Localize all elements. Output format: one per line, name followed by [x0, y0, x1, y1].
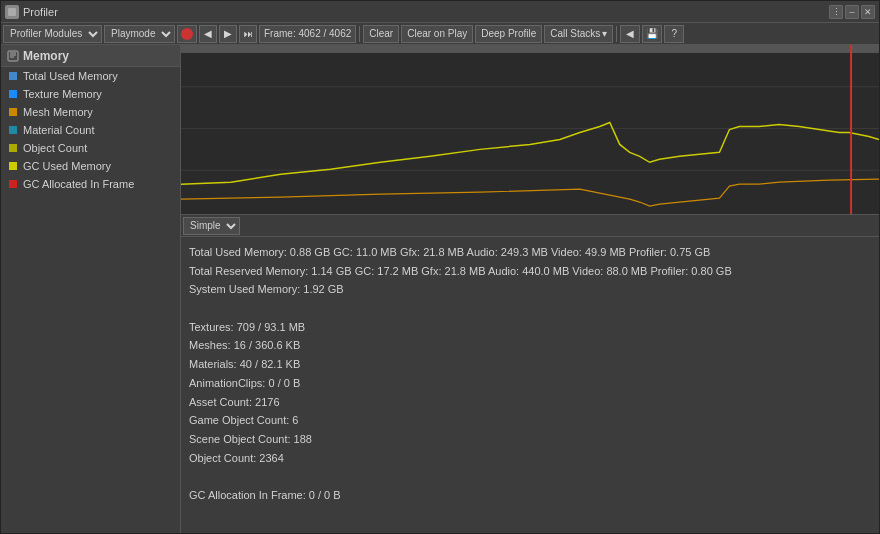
sidebar-title: Memory	[23, 49, 69, 63]
save-btn[interactable]: 💾	[642, 25, 662, 43]
sidebar-item-mesh[interactable]: Mesh Memory	[1, 103, 180, 121]
title-bar: Profiler ⋮ – ✕	[1, 1, 879, 23]
sidebar-label-object-count: Object Count	[23, 142, 87, 154]
deep-profile-btn[interactable]: Deep Profile	[475, 25, 542, 43]
sidebar-label-gc-used: GC Used Memory	[23, 160, 111, 172]
skip-end-btn[interactable]: ⏭	[239, 25, 257, 43]
sidebar-label-material: Material Count	[23, 124, 95, 136]
clear-btn[interactable]: Clear	[363, 25, 399, 43]
sidebar-item-object-count[interactable]: Object Count	[1, 139, 180, 157]
stat-spacer-2	[189, 467, 871, 486]
sidebar-item-gc-alloc[interactable]: GC Allocated In Frame	[1, 175, 180, 193]
stat-total-used: Total Used Memory: 0.88 GB GC: 11.0 MB G…	[189, 243, 871, 262]
sidebar-label-total-used: Total Used Memory	[23, 70, 118, 82]
help-btn[interactable]: ?	[664, 25, 684, 43]
material-color	[9, 126, 17, 134]
memory-chart[interactable]	[181, 45, 879, 215]
separator-2	[616, 26, 617, 42]
frame-counter: Frame: 4062 / 4062	[259, 25, 356, 43]
sidebar-item-total-used[interactable]: Total Used Memory	[1, 67, 180, 85]
sidebar-label-texture: Texture Memory	[23, 88, 102, 100]
window-title: Profiler	[23, 6, 58, 18]
separator-1	[359, 26, 360, 42]
stat-textures: Textures: 709 / 93.1 MB	[189, 318, 871, 337]
total-used-color	[9, 72, 17, 80]
stat-game-obj-count: Game Object Count: 6	[189, 411, 871, 430]
mesh-color	[9, 108, 17, 116]
stat-materials: Materials: 40 / 82.1 KB	[189, 355, 871, 374]
profiler-modules-select[interactable]: Profiler Modules	[3, 25, 102, 43]
sidebar-label-gc-alloc: GC Allocated In Frame	[23, 178, 134, 190]
svg-rect-9	[181, 45, 879, 53]
sidebar-item-gc-used[interactable]: GC Used Memory	[1, 157, 180, 175]
stat-obj-count: Object Count: 2364	[189, 449, 871, 468]
step-back-btn[interactable]: ◀	[199, 25, 217, 43]
stat-spacer-1	[189, 299, 871, 318]
memory-sidebar: Memory Total Used Memory Texture Memory …	[1, 45, 181, 533]
svg-rect-0	[8, 8, 16, 16]
chart-svg	[181, 45, 879, 214]
sidebar-header: Memory	[1, 45, 180, 67]
minimize-btn[interactable]: –	[845, 5, 859, 19]
content-area: Memory Total Used Memory Texture Memory …	[1, 45, 879, 533]
playmode-select[interactable]: Playmode	[104, 25, 175, 43]
close-btn[interactable]: ✕	[861, 5, 875, 19]
stat-scene-obj-count: Scene Object Count: 188	[189, 430, 871, 449]
stat-system-used: System Used Memory: 1.92 GB	[189, 280, 871, 299]
stat-gc-alloc: GC Allocation In Frame: 0 / 0 B	[189, 486, 871, 505]
sidebar-label-mesh: Mesh Memory	[23, 106, 93, 118]
stats-panel: Simple Total Used Memory: 0.88 GB GC: 11…	[181, 215, 879, 533]
record-btn[interactable]	[177, 25, 197, 43]
stat-meshes: Meshes: 16 / 360.6 KB	[189, 336, 871, 355]
call-stacks-btn[interactable]: Call Stacks ▾	[544, 25, 613, 43]
step-forward-btn[interactable]: ▶	[219, 25, 237, 43]
stat-asset-count: Asset Count: 2176	[189, 393, 871, 412]
svg-rect-5	[181, 45, 879, 214]
texture-color	[9, 90, 17, 98]
stat-total-reserved: Total Reserved Memory: 1.14 GB GC: 17.2 …	[189, 262, 871, 281]
back-nav-btn[interactable]: ◀	[620, 25, 640, 43]
right-panel: Simple Total Used Memory: 0.88 GB GC: 11…	[181, 45, 879, 533]
profiler-window: Profiler ⋮ – ✕ Profiler Modules Playmode…	[0, 0, 880, 534]
memory-module-icon	[7, 50, 19, 62]
record-indicator	[181, 28, 193, 40]
more-options-btn[interactable]: ⋮	[829, 5, 843, 19]
sidebar-item-material[interactable]: Material Count	[1, 121, 180, 139]
object-count-color	[9, 144, 17, 152]
stats-content: Total Used Memory: 0.88 GB GC: 11.0 MB G…	[181, 237, 879, 511]
stat-anim-clips: AnimationClips: 0 / 0 B	[189, 374, 871, 393]
profiler-icon	[5, 5, 19, 19]
gc-alloc-color	[9, 180, 17, 188]
view-select[interactable]: Simple	[183, 217, 240, 235]
sidebar-item-texture[interactable]: Texture Memory	[1, 85, 180, 103]
window-controls: ⋮ – ✕	[829, 5, 875, 19]
gc-used-color	[9, 162, 17, 170]
main-toolbar: Profiler Modules Playmode ◀ ▶ ⏭ Frame: 4…	[1, 23, 879, 45]
stats-toolbar: Simple	[181, 215, 879, 237]
clear-on-play-btn[interactable]: Clear on Play	[401, 25, 473, 43]
